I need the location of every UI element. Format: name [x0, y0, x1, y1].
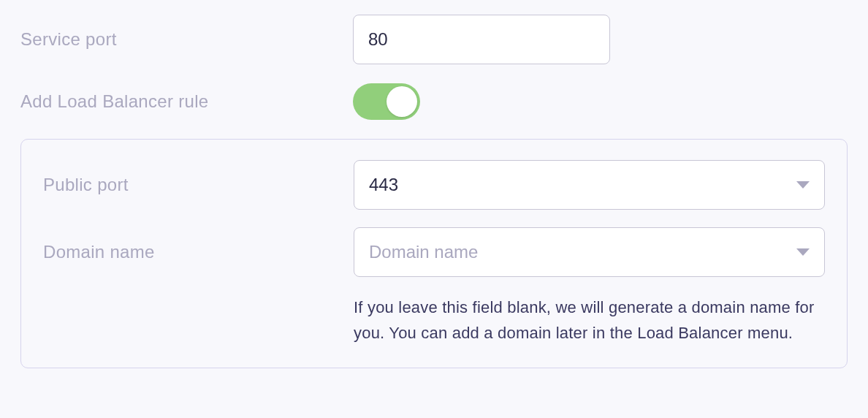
- add-lb-rule-toggle[interactable]: [353, 83, 420, 120]
- chevron-down-icon: [796, 248, 810, 256]
- service-port-label: Service port: [20, 29, 353, 50]
- domain-name-select[interactable]: Domain name: [354, 227, 825, 277]
- service-port-input[interactable]: [353, 15, 610, 64]
- service-port-row: Service port: [20, 15, 848, 64]
- public-port-value: 443: [369, 175, 398, 195]
- public-port-label: Public port: [43, 175, 354, 195]
- public-port-select[interactable]: 443: [354, 160, 825, 210]
- domain-name-label: Domain name: [43, 242, 354, 262]
- toggle-thumb: [387, 86, 417, 117]
- domain-name-placeholder: Domain name: [369, 242, 478, 262]
- domain-helper-row: If you leave this field blank, we will g…: [43, 294, 825, 346]
- domain-name-row: Domain name Domain name: [43, 227, 825, 277]
- add-lb-rule-label: Add Load Balancer rule: [20, 91, 353, 112]
- add-lb-rule-row: Add Load Balancer rule: [20, 83, 848, 120]
- chevron-down-icon: [796, 181, 810, 189]
- domain-helper-text: If you leave this field blank, we will g…: [354, 294, 825, 346]
- lb-rule-panel: Public port 443 Domain name Domain name …: [20, 139, 848, 368]
- helper-spacer: [43, 294, 354, 346]
- public-port-row: Public port 443: [43, 160, 825, 210]
